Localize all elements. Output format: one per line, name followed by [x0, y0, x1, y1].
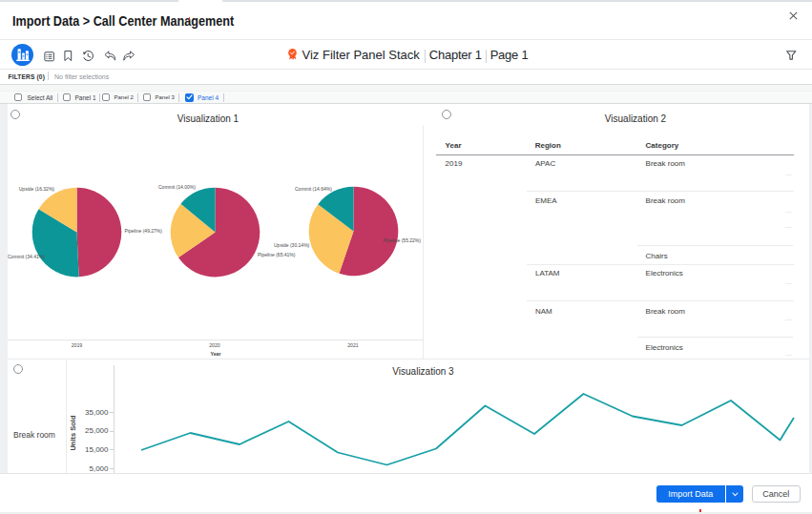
- svg-text:Upside (16.32%): Upside (16.32%): [19, 186, 55, 192]
- svg-text:2019: 2019: [72, 342, 83, 348]
- svg-text:Commit (34.41%): Commit (34.41%): [8, 254, 45, 259]
- svg-text:Upside (30.14%): Upside (30.14%): [274, 242, 310, 248]
- svg-text:Pipeline (49.27%): Pipeline (49.27%): [125, 228, 163, 234]
- svg-text:Year: Year: [211, 351, 221, 357]
- svg-text:Pipeline (55.22%): Pipeline (55.22%): [384, 237, 422, 243]
- svg-text:Pipeline (65.41%): Pipeline (65.41%): [258, 252, 296, 257]
- svg-text:2021: 2021: [347, 342, 359, 348]
- svg-text:Commit (14.00%): Commit (14.00%): [158, 184, 196, 190]
- svg-text:2020: 2020: [209, 342, 220, 348]
- svg-text:Commit (14.64%): Commit (14.64%): [295, 186, 332, 192]
